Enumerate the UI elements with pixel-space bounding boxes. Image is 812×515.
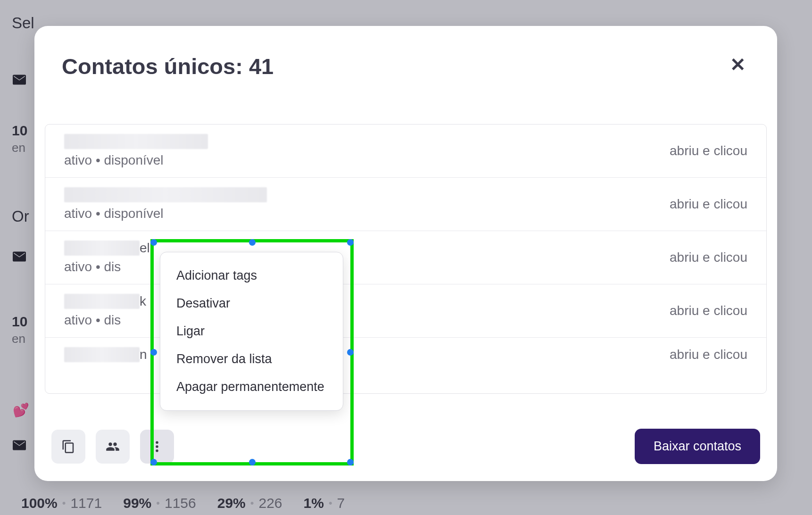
context-menu: Adicionar tags Desativar Ligar Remover d…: [160, 252, 343, 411]
svg-point-2: [156, 449, 158, 452]
contact-row[interactable]: n abriu e clicou: [45, 338, 766, 372]
contact-status: abriu e clicou: [670, 303, 747, 318]
contact-meta: ativo • disponível: [64, 206, 267, 221]
menu-add-tags[interactable]: Adicionar tags: [160, 262, 343, 290]
contact-name-redacted: [64, 241, 140, 256]
contacts-list-scroll[interactable]: ativo • disponível abriu e clicou ativo …: [45, 125, 766, 393]
modal-title: Contatos únicos: 41: [62, 53, 273, 79]
download-contacts-button[interactable]: Baixar contatos: [635, 429, 760, 464]
more-vertical-icon: [150, 440, 164, 454]
svg-point-0: [156, 441, 158, 444]
contact-status: abriu e clicou: [670, 143, 747, 158]
contact-meta: ativo • dis: [64, 259, 154, 274]
menu-remove-from-list[interactable]: Remover da lista: [160, 345, 343, 373]
contact-row[interactable]: ativo • disponível abriu e clicou: [45, 125, 766, 178]
close-button[interactable]: ✕: [726, 53, 750, 76]
menu-delete-permanently[interactable]: Apagar permanentemente: [160, 373, 343, 401]
svg-point-1: [156, 445, 158, 448]
contacts-modal: Contatos únicos: 41 ✕ ativo • disponível…: [34, 26, 777, 481]
contact-status: abriu e clicou: [670, 347, 747, 362]
contact-name-fragment: k: [140, 294, 154, 309]
contact-meta: ativo • dis: [64, 313, 154, 328]
contact-name-redacted: [64, 187, 267, 202]
contact-row[interactable]: el ativo • dis abriu e clicou: [45, 231, 766, 284]
contact-name-redacted: [64, 347, 140, 362]
contacts-list: ativo • disponível abriu e clicou ativo …: [45, 124, 767, 394]
more-button[interactable]: [140, 430, 174, 464]
contact-name-redacted: [64, 294, 140, 309]
users-button[interactable]: [96, 430, 130, 464]
menu-call[interactable]: Ligar: [160, 317, 343, 345]
contact-status: abriu e clicou: [670, 250, 747, 265]
contact-status: abriu e clicou: [670, 197, 747, 212]
contact-name-redacted: [64, 134, 208, 149]
contact-meta: ativo • disponível: [64, 153, 208, 168]
contact-name-fragment: n: [140, 347, 154, 362]
contact-row[interactable]: ativo • disponível abriu e clicou: [45, 178, 766, 231]
menu-deactivate[interactable]: Desativar: [160, 290, 343, 317]
contact-row[interactable]: k ativo • dis abriu e clicou: [45, 284, 766, 338]
users-icon: [106, 440, 120, 454]
copy-button[interactable]: [51, 430, 85, 464]
copy-icon: [61, 440, 75, 454]
contact-name-fragment: el: [140, 241, 154, 256]
